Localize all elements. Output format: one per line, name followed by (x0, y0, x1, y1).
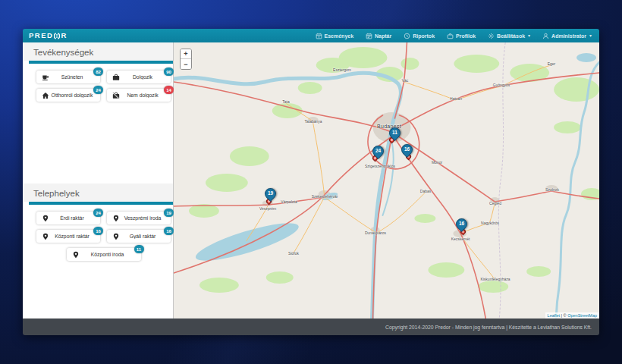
home-icon (42, 92, 49, 99)
sidebar-filler (23, 268, 173, 318)
map-city-label: Vác (402, 78, 409, 83)
location-pin-icon (42, 233, 49, 240)
nav-profiles[interactable]: Profilok (447, 33, 476, 39)
map-zoom-control: + − (180, 49, 192, 70)
profiles-icon (447, 33, 454, 39)
nav-settings[interactable]: Beállítások ▾ (488, 33, 530, 39)
map-city-label: Cegléd (489, 201, 501, 206)
site-button-erdi-raktar[interactable]: Érdi raktár 24 (36, 212, 100, 224)
map-city-label: Tatabánya (304, 119, 322, 124)
activity-label: Szüneten (49, 74, 95, 80)
marker-count: 11 (389, 127, 401, 138)
activity-button-szuneten[interactable]: Szüneten 82 (36, 71, 100, 83)
map-marker-pin[interactable]: 11 (389, 127, 401, 143)
leaflet-link[interactable]: Leaflet (548, 313, 561, 318)
nav-label: Profilok (456, 33, 476, 39)
map-city-label: Tata (282, 99, 289, 104)
copyright-text: Copyright 2014-2020 Predor - Minden jog … (385, 325, 592, 330)
logo-text-pre: PRED (29, 32, 53, 39)
map-city-label: Monor (432, 160, 442, 165)
map-city-label: Gyöngyös (493, 83, 510, 87)
map-city-label: Dabas (420, 189, 431, 193)
activity-count-badge: 14 (164, 86, 174, 94)
site-count-badge: 16 (164, 227, 174, 235)
activity-count-badge: 90 (164, 67, 174, 76)
sidebar: Tevékenységek Szüneten 82 Dolgozik 90 (23, 42, 174, 318)
site-count-badge: 11 (134, 245, 144, 253)
site-button-kozponti-iroda[interactable]: Központi iroda 11 (67, 248, 141, 261)
logo-o-icon (54, 33, 60, 39)
site-label: Veszprémi iroda (120, 215, 165, 221)
openstreetmap-link[interactable]: OpenStreetMap (567, 313, 597, 318)
map-city-label: Dunaújváros (365, 231, 386, 235)
chevron-down-icon: ▾ (589, 33, 592, 38)
site-button-kozponti-raktar[interactable]: Központi raktár 16 (36, 230, 100, 243)
map-city-label: Siófok (288, 251, 299, 256)
activity-label: Nem dolgozik (120, 93, 165, 98)
site-count-badge: 19 (164, 209, 174, 217)
map-marker-pin[interactable]: 16 (456, 218, 468, 234)
map-city-label: Szigetszentmiklós (365, 164, 395, 168)
nav-calendar[interactable]: Naptár (366, 33, 391, 39)
nav-label: Naptár (375, 33, 391, 39)
location-pin-icon (72, 251, 80, 259)
site-count-badge: 16 (93, 227, 103, 235)
sites-button-grid: Érdi raktár 24 Veszprémi iroda 19 Közpon… (23, 205, 173, 268)
map-city-label: Hatvan (450, 96, 462, 101)
marker-count: 16 (401, 144, 413, 155)
nav-events[interactable]: Események (316, 33, 354, 39)
coffee-icon (42, 74, 49, 81)
map-city-label: Székesfehérvár (312, 194, 338, 199)
attribution-separator: | © (560, 313, 567, 318)
activity-label: Dolgozik (120, 74, 165, 80)
activity-button-otthonrol-dolgozik[interactable]: Otthonról dolgozik 24 (36, 89, 100, 102)
nav-reports[interactable]: Riportok (404, 33, 435, 39)
nav-user-administrator[interactable]: Administrator ▾ (542, 33, 592, 39)
map-marker-pin[interactable]: 16 (401, 144, 413, 159)
site-count-badge: 24 (93, 209, 103, 217)
not-working-icon (112, 92, 120, 99)
map-overlay: EsztergomVácTataTatabányaHatvanGyöngyösE… (174, 42, 599, 318)
nav-label: Beállítások (497, 33, 525, 39)
map-marker-pin[interactable]: 19 (265, 188, 277, 203)
marker-count: 19 (265, 188, 276, 199)
activity-label: Otthonról dolgozik (49, 93, 95, 98)
zoom-in-button[interactable]: + (181, 49, 191, 59)
activity-count-badge: 24 (93, 86, 103, 94)
site-button-veszpremi-iroda[interactable]: Veszprémi iroda 19 (107, 212, 171, 224)
sidebar-spacer (23, 109, 173, 184)
nav-label: Események (325, 33, 354, 39)
map-city-label: Veszprém (259, 206, 276, 211)
app-footer: Copyright 2014-2020 Predor - Minden jog … (23, 318, 599, 335)
briefcase-icon (112, 74, 120, 81)
marker-count: 16 (456, 218, 467, 229)
site-label: Gyáli raktár (120, 234, 165, 239)
map-city-label: Várpalota (281, 199, 297, 204)
marker-count: 24 (372, 146, 384, 156)
sites-section-title: Telephelyek (23, 184, 173, 202)
activity-button-dolgozik[interactable]: Dolgozik 90 (107, 71, 171, 83)
map-attribution: Leaflet | © OpenStreetMap (545, 312, 599, 318)
site-label: Központi raktár (49, 234, 95, 239)
activities-button-grid: Szüneten 82 Dolgozik 90 Otthonról dolgoz… (23, 64, 173, 109)
top-navbar: PRED R Események Naptár Riportok (23, 29, 599, 42)
app-logo[interactable]: PRED R (29, 32, 68, 39)
location-pin-icon (112, 215, 120, 222)
logo-text-post: R (61, 32, 67, 39)
nav-label: Riportok (413, 33, 435, 39)
map-container[interactable]: EsztergomVácTataTatabányaHatvanGyöngyösE… (174, 42, 599, 318)
location-pin-icon (112, 233, 120, 240)
navbar-menu: Események Naptár Riportok Profilok Beáll… (316, 33, 592, 39)
zoom-out-button[interactable]: − (181, 59, 191, 69)
map-marker-pin[interactable]: 24 (372, 146, 385, 161)
calendar-icon (366, 33, 372, 39)
events-icon (316, 33, 322, 39)
activity-button-nem-dolgozik[interactable]: Nem dolgozik 14 (107, 89, 171, 102)
main-content: Tevékenységek Szüneten 82 Dolgozik 90 (23, 42, 599, 318)
site-button-gyali-raktar[interactable]: Gyáli raktár 16 (107, 230, 171, 243)
location-pin-icon (42, 215, 49, 222)
site-label: Érdi raktár (49, 215, 95, 221)
app-window: PRED R Események Naptár Riportok (23, 29, 599, 335)
clock-icon (404, 33, 410, 39)
nav-label: Administrator (551, 33, 586, 39)
